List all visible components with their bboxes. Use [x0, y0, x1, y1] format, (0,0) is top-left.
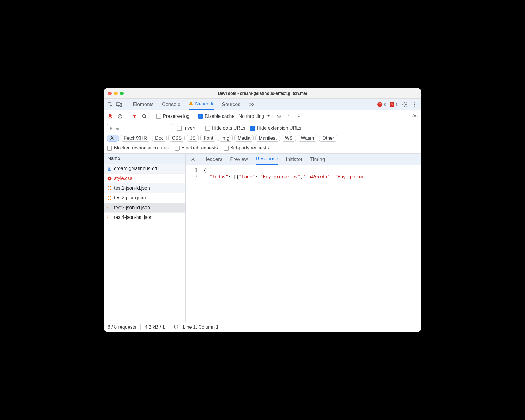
hide-extension-urls-checkbox[interactable]: ✓ Hide extension URLs — [250, 126, 301, 131]
inspect-element-icon[interactable] — [107, 101, 114, 108]
throttling-select[interactable]: No throttling — [239, 114, 270, 119]
separator — [152, 113, 152, 120]
gear-icon[interactable] — [401, 101, 408, 108]
document-icon — [107, 166, 112, 171]
blocked-requests-label: Blocked requests — [182, 145, 218, 151]
request-row[interactable]: test3-json-ld.json — [104, 203, 185, 213]
code-token: { — [203, 168, 206, 173]
svg-point-13 — [142, 114, 146, 118]
request-row[interactable]: cream-gelatinous-eff… — [104, 164, 185, 174]
type-pill-fetch[interactable]: Fetch/XHR — [121, 135, 150, 142]
separator — [127, 113, 127, 120]
response-body[interactable]: 1 2 {"todos": [{"todo": "Buy groceries",… — [186, 165, 421, 322]
type-pill-wasm[interactable]: Wasm — [298, 135, 317, 142]
checkbox-empty-icon — [175, 146, 180, 151]
code-token: : — [255, 174, 260, 180]
request-list: Name cream-gelatinous-eff… style.css tes… — [104, 154, 186, 322]
close-icon[interactable]: ✕ — [190, 156, 196, 163]
json-icon — [107, 196, 112, 200]
error-count-value: 3 — [383, 102, 386, 107]
code-content: {"todos": [{"todo": "Buy groceries","to4… — [200, 165, 364, 322]
type-pill-all[interactable]: All — [107, 135, 119, 142]
detail-tab-headers[interactable]: Headers — [203, 154, 222, 165]
request-row[interactable]: test4-json-hal.json — [104, 213, 185, 222]
separator — [169, 324, 169, 330]
detail-tab-preview[interactable]: Preview — [230, 154, 248, 165]
checkbox-empty-icon — [107, 146, 112, 151]
separator — [200, 125, 200, 131]
tab-network-label: Network — [195, 101, 213, 107]
code-key: "todo" — [239, 174, 255, 180]
type-pill-manifest[interactable]: Manifest — [255, 135, 280, 142]
network-conditions-icon[interactable] — [276, 113, 282, 119]
type-pill-css[interactable]: CSS — [168, 135, 185, 142]
type-pill-doc[interactable]: Doc — [152, 135, 167, 142]
checkbox-empty-icon — [224, 146, 229, 151]
svg-point-7 — [414, 104, 415, 105]
preserve-log-checkbox[interactable]: Preserve log — [156, 114, 189, 119]
tabs-right-group: ✕ 3 ✕ 1 — [377, 101, 418, 108]
panel-tabs: Elements Console Network Sources — [133, 99, 255, 110]
request-name: cream-gelatinous-eff… — [114, 166, 162, 171]
status-transfer: 4.2 kB / 1 — [145, 325, 165, 330]
disable-cache-checkbox[interactable]: ✓ Disable cache — [198, 114, 235, 119]
json-icon — [107, 205, 112, 210]
type-pill-other[interactable]: Other — [319, 135, 337, 142]
upload-icon[interactable] — [286, 113, 292, 119]
device-toolbar-icon[interactable] — [116, 101, 122, 108]
filter-input[interactable] — [107, 124, 172, 132]
kebab-menu-icon[interactable] — [411, 101, 418, 108]
type-pill-font[interactable]: Font — [200, 135, 216, 142]
error-badge-icon: ✕ — [377, 102, 382, 107]
tab-console[interactable]: Console — [162, 99, 180, 110]
svg-rect-2 — [120, 103, 122, 106]
request-name: test4-json-hal.json — [114, 215, 153, 220]
tab-elements[interactable]: Elements — [133, 99, 154, 110]
network-settings-icon[interactable] — [412, 113, 418, 119]
type-pill-media[interactable]: Media — [234, 135, 254, 142]
request-row[interactable]: test2-plain.json — [104, 193, 185, 203]
invert-checkbox[interactable]: Invert — [177, 126, 195, 131]
blocked-cookies-label: Blocked response cookies — [114, 145, 169, 151]
third-party-checkbox[interactable]: 3rd-party requests — [224, 145, 269, 151]
window-title: DevTools - cream-gelatinous-effect.glitc… — [104, 91, 421, 96]
tab-network[interactable]: Network — [189, 99, 213, 110]
more-tabs-icon[interactable] — [249, 99, 255, 110]
type-pill-js[interactable]: JS — [187, 135, 199, 142]
hide-data-urls-checkbox[interactable]: Hide data URLs — [205, 126, 245, 131]
status-requests: 6 / 8 requests — [108, 325, 136, 330]
checkbox-checked-icon: ✓ — [250, 126, 255, 131]
detail-tab-initiator[interactable]: Initiator — [286, 154, 302, 165]
request-name: test2-plain.json — [114, 195, 146, 201]
checkbox-empty-icon — [177, 126, 182, 131]
detail-tab-timing[interactable]: Timing — [310, 154, 325, 165]
json-icon — [107, 186, 112, 191]
braces-icon[interactable] — [174, 324, 179, 331]
request-detail: ✕ Headers Preview Response Initiator Tim… — [186, 154, 421, 322]
json-icon — [107, 215, 112, 220]
preserve-log-label: Preserve log — [163, 114, 189, 119]
titlebar: DevTools - cream-gelatinous-effect.glitc… — [104, 88, 421, 99]
disable-cache-label: Disable cache — [205, 114, 235, 119]
svg-point-5 — [404, 104, 406, 105]
blocked-cookies-checkbox[interactable]: Blocked response cookies — [107, 145, 169, 151]
clear-icon[interactable] — [117, 113, 123, 119]
request-row[interactable]: test1-json-ld.json — [104, 183, 185, 193]
status-cursor: Line 1, Column 1 — [183, 325, 219, 330]
issue-count[interactable]: ✕ 1 — [390, 102, 398, 107]
detail-tab-response[interactable]: Response — [256, 154, 278, 165]
error-count[interactable]: ✕ 3 — [377, 102, 386, 107]
devtools-window: DevTools - cream-gelatinous-effect.glitc… — [104, 88, 421, 332]
record-icon[interactable] — [107, 113, 113, 119]
blocked-requests-checkbox[interactable]: Blocked requests — [175, 145, 218, 151]
request-list-header[interactable]: Name — [104, 154, 185, 164]
type-pill-img[interactable]: Img — [218, 135, 233, 142]
status-bar: 6 / 8 requests 4.2 kB / 1 Line 1, Column… — [104, 322, 421, 332]
filter-icon[interactable] — [132, 113, 137, 119]
tab-sources[interactable]: Sources — [222, 99, 240, 110]
download-icon[interactable] — [296, 113, 302, 119]
search-icon[interactable] — [142, 113, 148, 119]
svg-rect-4 — [191, 104, 191, 104]
type-pill-ws[interactable]: WS — [282, 135, 296, 142]
request-row[interactable]: style.css — [104, 174, 185, 183]
